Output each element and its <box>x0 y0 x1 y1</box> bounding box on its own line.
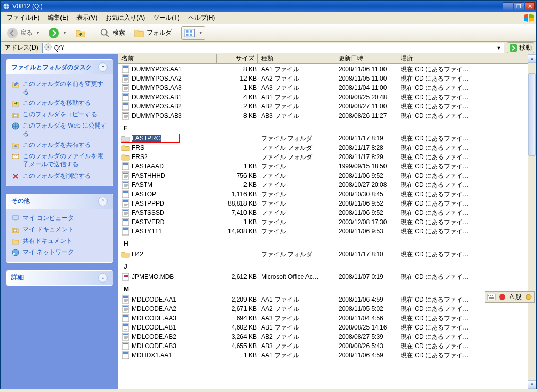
views-dropdown-icon[interactable]: ▼ <box>198 30 203 35</box>
file-date: 2008/11/04 4:56 <box>339 315 401 322</box>
svg-rect-62 <box>123 182 128 183</box>
file-row[interactable]: MDLCODE.AB34,655 KBAB3 ファイル2008/08/26 5:… <box>121 341 536 351</box>
file-type: ファイル フォルダ <box>261 144 339 152</box>
file-row[interactable]: DUMMYPOS.AA31 KBAA3 ファイル2008/11/04 11:00… <box>121 83 536 92</box>
scroll-down-icon[interactable]: ▼ <box>528 380 536 389</box>
col-type[interactable]: 種類 <box>258 54 335 63</box>
file-row[interactable]: FRSファイル フォルダ2008/11/17 8:28現在 CD にあるファイ… <box>121 143 536 152</box>
file-row[interactable]: MDLIDX1.AA11 KBAA1 ファイル2008/11/06 4:59現在… <box>121 351 536 360</box>
ime-bar[interactable]: A 般 <box>485 291 535 303</box>
file-row[interactable]: FASTPPPD88,818 KBファイル2008/11/06 9:52現在 C… <box>121 199 536 208</box>
task-copy[interactable]: このフォルダをコピーする <box>11 109 108 120</box>
detail-header[interactable]: 詳細 ⌄ <box>6 271 113 285</box>
col-date[interactable]: 更新日時 <box>335 54 397 63</box>
file-icon <box>121 305 130 313</box>
svg-rect-84 <box>124 223 128 223</box>
file-name: FASTHHHD <box>132 172 165 179</box>
file-row[interactable]: DUMMYPOS.AB22 KBAB2 ファイル2008/08/27 11:00… <box>121 102 536 111</box>
file-row[interactable]: H42ファイル フォルダ2008/11/17 8:10現在 CD にあるファイ… <box>121 249 536 259</box>
file-row[interactable]: FASTPRGファイル フォルダ2008/11/17 8:19現在 CD にある… <box>121 134 536 143</box>
file-type: ファイル <box>261 209 339 217</box>
menu-file[interactable]: ファイル(F) <box>3 11 43 24</box>
close-button[interactable]: ✕ <box>525 2 535 10</box>
folders-button[interactable]: フォルダ <box>130 26 175 40</box>
svg-rect-125 <box>123 352 128 354</box>
file-row[interactable]: DUMMYPOS.AA212 KBAA2 ファイル2008/11/05 11:0… <box>121 74 536 83</box>
minimize-button[interactable]: _ <box>503 2 513 10</box>
svg-rect-129 <box>487 294 496 300</box>
file-row[interactable]: DUMMYPOS.AA18 KBAA1 ファイル2008/11/06 11:00… <box>121 65 536 74</box>
link-mydocs[interactable]: マイ ドキュメント <box>11 224 108 236</box>
scroll-thumb[interactable] <box>528 73 536 156</box>
file-row[interactable]: FASTY11114,938 KBファイル2008/11/06 9:53現在 C… <box>121 227 536 236</box>
file-row[interactable]: MDLCODE.AB14,602 KBAB1 ファイル2008/08/25 14… <box>121 323 536 332</box>
task-rename[interactable]: このフォルダの名前を変更する <box>11 79 108 98</box>
ime-tool-icon[interactable] <box>525 293 532 301</box>
file-row[interactable]: MDLCODE.AB23,264 KBAB2 ファイル2008/08/27 5:… <box>121 332 536 341</box>
up-button[interactable] <box>72 26 89 40</box>
file-row[interactable]: DUMMYPOS.AB14 KBAB1 ファイル2008/08/25 20:48… <box>121 92 536 102</box>
svg-rect-111 <box>124 327 128 327</box>
col-size[interactable]: サイズ <box>217 54 258 63</box>
file-row[interactable]: FASTSSSD7,410 KBファイル2008/11/06 9:52現在 CD… <box>121 208 536 217</box>
file-date: 2008/11/05 11:00 <box>339 75 401 82</box>
menu-help[interactable]: ヘルプ(H) <box>184 11 220 24</box>
link-mycomputer[interactable]: マイ コンピュータ <box>11 213 108 224</box>
ime-mode[interactable]: A 般 <box>509 292 522 302</box>
forward-button[interactable]: ▼ <box>45 26 70 40</box>
col-name[interactable]: 名前 <box>118 54 217 63</box>
expand-icon[interactable]: ⌄ <box>98 273 108 283</box>
file-row[interactable]: MDLCODE.AA22,671 KBAA2 ファイル2008/11/05 5:… <box>121 304 536 313</box>
scroll-up-icon[interactable]: ▲ <box>528 54 536 63</box>
svg-rect-42 <box>123 103 128 105</box>
file-size: 1 KB <box>220 84 261 91</box>
file-row[interactable]: FRS2ファイル フォルダ2008/11/17 8:29現在 CD にあるファイ… <box>121 152 536 162</box>
file-type: AB3 ファイル <box>261 112 339 120</box>
address-field[interactable]: Q:¥ ▼ <box>42 43 504 53</box>
views-button[interactable]: ▼ <box>181 26 205 40</box>
file-row[interactable]: FASTOP1,116 KBファイル2008/10/30 8:45現在 CD に… <box>121 190 536 199</box>
file-row[interactable]: FASTHHHD756 KBファイル2008/11/06 9:52現在 CD に… <box>121 171 536 180</box>
address-dropdown-icon[interactable]: ▼ <box>495 45 503 51</box>
svg-rect-39 <box>124 98 128 98</box>
menu-view[interactable]: 表示(V) <box>72 11 101 24</box>
collapse-icon[interactable]: ⌃ <box>98 62 108 72</box>
back-button[interactable]: 戻る ▼ <box>4 26 43 40</box>
task-share[interactable]: このフォルダを共有する <box>11 139 108 151</box>
task-move[interactable]: このフォルダを移動する <box>11 98 108 109</box>
file-row[interactable]: DUMMYPOS.AB38 KBAB3 ファイル2008/08/26 11:27… <box>121 111 536 120</box>
collapse-icon[interactable]: ⌃ <box>98 197 108 206</box>
back-dropdown-icon[interactable]: ▼ <box>36 30 40 35</box>
file-row[interactable]: MDLCODE.AA3694 KBAA3 ファイル2008/11/04 4:56… <box>121 313 536 323</box>
file-row[interactable]: MDLCODE.AA12,209 KBAA1 ファイル2008/11/06 4:… <box>121 295 536 304</box>
menu-edit[interactable]: 編集(E) <box>43 11 72 24</box>
group-header: M <box>121 286 536 293</box>
file-row[interactable]: JPMEMO.MDB2,612 KBMicrosoft Office Ac…20… <box>121 272 536 281</box>
vertical-scrollbar[interactable]: ▲ ▼ <box>528 54 536 389</box>
go-button[interactable]: 移動 <box>507 42 534 53</box>
link-shared[interactable]: 共有ドキュメント <box>11 236 108 247</box>
file-row[interactable]: FASTAAAD1 KBファイル1999/09/15 18:50現在 CD にあ… <box>121 162 536 171</box>
link-network[interactable]: マイ ネットワーク <box>11 247 108 258</box>
col-location[interactable]: 場所 <box>397 54 480 63</box>
file-type: ファイル <box>261 218 339 227</box>
maximize-button[interactable]: ❐ <box>514 2 524 10</box>
keyboard-icon[interactable] <box>487 294 496 300</box>
computer-icon <box>11 214 20 223</box>
file-icon <box>121 342 130 350</box>
tasks-header[interactable]: ファイルとフォルダのタスク ⌃ <box>6 60 113 74</box>
file-row[interactable]: FASTM2 KBファイル2008/10/27 20:08現在 CD にあるファ… <box>121 180 536 190</box>
file-size: 4 KB <box>220 93 261 101</box>
file-location: 現在 CD にあるファイ… <box>401 190 483 199</box>
file-row[interactable]: FASTVERD1 KBファイル2003/12/08 17:30現在 CD にあ… <box>121 217 536 227</box>
forward-dropdown-icon[interactable]: ▼ <box>63 30 67 35</box>
task-publish[interactable]: このフォルダを Web に公開する <box>11 120 108 139</box>
menu-favorites[interactable]: お気に入り(A) <box>101 11 149 24</box>
task-delete[interactable]: このフォルダを削除する <box>11 170 108 182</box>
svg-rect-6 <box>186 34 189 36</box>
menu-tools[interactable]: ツール(T) <box>149 11 183 24</box>
search-button[interactable]: 検索 <box>96 26 128 40</box>
ime-red-icon[interactable] <box>499 293 506 301</box>
other-header[interactable]: その他 ⌃ <box>6 194 113 209</box>
task-email[interactable]: このフォルダのファイルを電子メールで送信する <box>11 151 108 170</box>
